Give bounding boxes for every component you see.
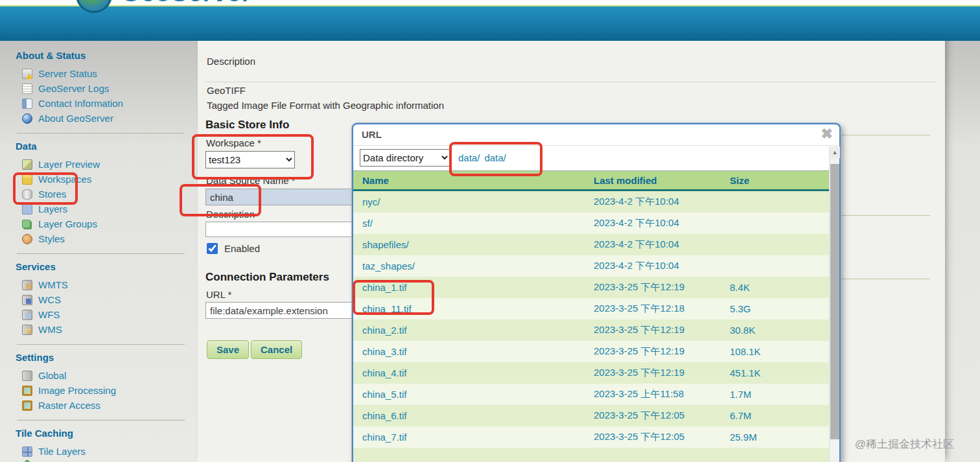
basic-store-info-heading: Basic Store Info (205, 119, 289, 132)
styles-icon (22, 234, 32, 244)
sidebar-item-wms[interactable]: WMS (16, 322, 198, 337)
file-last-modified: 2023-3-25 下午12:19 (594, 345, 730, 358)
save-button[interactable]: Save (207, 340, 249, 359)
column-header-name: Name (353, 175, 594, 186)
sidebar-section-data: Data (16, 141, 198, 152)
file-last-modified: 2023-3-25 下午12:19 (594, 324, 730, 336)
breadcrumb-link[interactable]: data/ (458, 152, 480, 163)
image-processing-icon (22, 386, 32, 396)
sidebar-divider (17, 133, 185, 133)
file-row-china_6tif: china_6.tif2023-3-25 下午12:056.7M (353, 405, 829, 426)
directory-select[interactable]: Data directory (360, 149, 450, 167)
sidebar-item-wcs[interactable]: WCS (16, 292, 198, 307)
workspaces-icon (22, 174, 32, 185)
sidebar-item-stores[interactable]: Stores (16, 187, 198, 202)
file-size: 8.4K (730, 282, 821, 293)
file-row-taz_shapes: taz_shapes/2023-4-2 下午10:04 (353, 255, 829, 277)
header-bar (0, 5, 980, 41)
column-header-last-modified: Last modified (594, 175, 730, 186)
sidebar-section-about-status: About & Status (16, 50, 198, 61)
file-link[interactable]: china_4.tif (362, 367, 406, 378)
file-row-china_5tif: china_5.tif2023-3-25 上午11:581.7M (353, 384, 829, 405)
stores-icon (22, 189, 32, 200)
file-link[interactable]: china_7.tif (362, 432, 406, 443)
file-table: Name Last modified Size nyc/2023-4-2 下午1… (353, 170, 829, 462)
cancel-button[interactable]: Cancel (251, 340, 302, 359)
sidebar-item-raster-access[interactable]: Raster Access (16, 398, 198, 413)
enabled-checkbox[interactable] (207, 243, 218, 254)
sidebar-item-about-geoserver[interactable]: About GeoServer (16, 111, 198, 126)
file-link[interactable]: china_11.tif (362, 303, 412, 314)
dialog-toolbar: Data directory data/data/ (353, 146, 839, 170)
file-link[interactable]: china_1.tif (362, 282, 406, 293)
sidebar-item-global[interactable]: Global (16, 368, 198, 383)
workspace-select[interactable]: test123 (205, 151, 295, 168)
workspace-label: Workspace * (206, 137, 261, 148)
sidebar-item-wfs[interactable]: WFS (16, 307, 198, 322)
file-row-china_11tif: china_11.tif2023-3-25 下午12:185.3G (353, 298, 829, 319)
layers-icon (22, 204, 32, 214)
sidebar-item-layers[interactable]: Layers (16, 202, 198, 216)
sidebar-section-services: Services (16, 261, 198, 272)
sidebar-section-settings: Settings (16, 352, 198, 363)
scrollbar-thumb[interactable] (830, 164, 839, 439)
file-last-modified: 2023-3-25 下午12:18 (594, 303, 730, 315)
sidebar-item-label: Image Processing (38, 385, 116, 396)
file-size: 6.7M (730, 410, 821, 421)
server-status-icon (22, 69, 32, 79)
description-label: Description (207, 56, 255, 67)
sidebar-item-layer-preview[interactable]: Layer Preview (16, 157, 198, 172)
sidebar-item-image-processing[interactable]: Image Processing (16, 383, 198, 398)
layer-groups-icon (22, 220, 30, 228)
sidebar-item-label: Raster Access (38, 400, 100, 411)
file-table-header: Name Last modified Size (353, 170, 829, 191)
file-row-china_1tif: china_1.tif2023-3-25 下午12:198.4K (353, 277, 829, 298)
file-last-modified: 2023-4-2 下午10:04 (594, 238, 730, 251)
file-link[interactable]: china_5.tif (362, 389, 406, 400)
column-header-size: Size (730, 175, 821, 186)
file-last-modified: 2023-3-25 下午12:19 (594, 281, 730, 294)
sidebar-item-label: WMTS (38, 279, 68, 290)
data-source-name-input[interactable] (205, 189, 375, 205)
enabled-row: Enabled (207, 243, 260, 254)
file-link[interactable]: sf/ (362, 218, 373, 229)
url-file-browser-dialog: URL ✖ Data directory data/data/ Name Las… (352, 123, 841, 462)
sidebar-item-wmts[interactable]: WMTS (16, 277, 198, 292)
url-input[interactable] (205, 302, 353, 319)
sidebar-item-label: Stores (38, 189, 66, 200)
file-link[interactable]: taz_shapes/ (362, 260, 415, 271)
breadcrumb-link[interactable]: data/ (484, 152, 506, 163)
wms-icon (22, 325, 32, 335)
sidebar-item-label: Workspaces (38, 174, 91, 185)
modal-scrollbar[interactable]: ▲ (829, 146, 839, 462)
format-description: Tagged Image File Format with Geographic… (207, 100, 444, 111)
wmts-icon (22, 280, 32, 290)
store-description-input[interactable] (205, 222, 375, 237)
file-link[interactable]: china_6.tif (362, 410, 406, 421)
file-link[interactable]: china_2.tif (362, 325, 406, 336)
close-icon[interactable]: ✖ (821, 126, 833, 143)
sidebar-item-caching-defaults[interactable]: Caching Defaults (16, 459, 198, 462)
sidebar: About & StatusServer StatusGeoServer Log… (0, 41, 198, 462)
sidebar-item-tile-layers[interactable]: Tile Layers (16, 444, 198, 459)
connection-parameters-heading: Connection Parameters (205, 271, 329, 284)
wcs-icon (22, 295, 32, 305)
file-link[interactable]: nyc/ (362, 196, 380, 207)
sidebar-item-label: WMS (38, 324, 62, 335)
file-size: 5.3G (730, 303, 821, 314)
breadcrumb: data/data/ (458, 152, 511, 163)
sidebar-item-styles[interactable]: Styles (16, 231, 198, 246)
sidebar-item-workspaces[interactable]: Workspaces (16, 172, 198, 187)
file-table-body: nyc/2023-4-2 下午10:04sf/2023-4-2 下午10:04s… (353, 191, 829, 462)
sidebar-item-geoserver-logs[interactable]: GeoServer Logs (16, 81, 198, 96)
sidebar-item-server-status[interactable]: Server Status (16, 66, 198, 81)
scroll-up-icon[interactable]: ▲ (830, 146, 840, 158)
file-link[interactable]: china_3.tif (362, 346, 406, 357)
sidebar-item-layer-groups[interactable]: Layer Groups (16, 216, 198, 231)
file-row-china_2tif: china_2.tif2023-3-25 下午12:1930.8K (353, 319, 829, 341)
url-label: URL * (206, 289, 231, 300)
file-link[interactable]: shapefiles/ (362, 239, 409, 250)
file-row-sf: sf/2023-4-2 下午10:04 (353, 213, 829, 234)
sidebar-item-contact-information[interactable]: Contact Information (16, 96, 198, 111)
file-row-china_4tif: china_4.tif2023-3-25 下午12:19451.1K (353, 362, 829, 384)
